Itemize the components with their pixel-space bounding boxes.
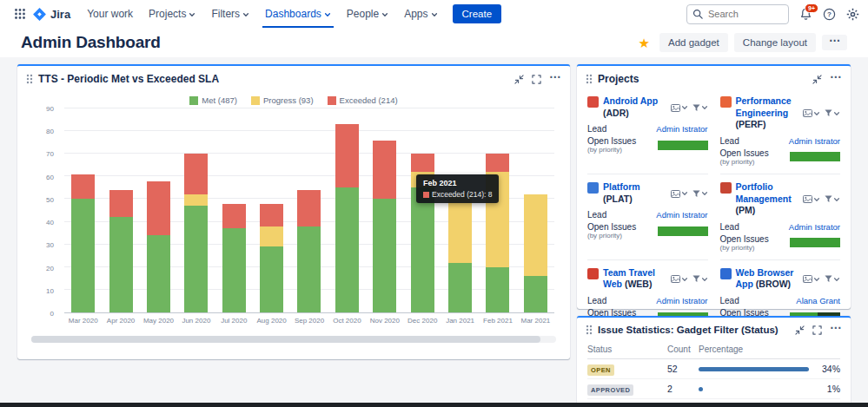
chart-bar[interactable] [184,108,208,312]
project-filter-dropdown[interactable] [825,268,840,291]
chart-bar[interactable] [524,108,547,312]
status-badge[interactable]: APPROVED [587,384,633,396]
bar-segment [448,194,472,262]
project-filter-dropdown[interactable] [692,182,708,205]
status-badge[interactable]: OPEN [587,364,614,376]
nav-item-projects[interactable]: Projects [141,0,203,28]
more-icon: ⋯ [549,75,561,80]
chart-bar[interactable] [297,108,321,312]
x-axis-label: Nov 2020 [366,313,403,327]
nav-item-apps[interactable]: Apps [396,0,445,28]
change-layout-button[interactable]: Change layout [734,33,816,52]
project-view-dropdown[interactable] [803,96,820,131]
favorite-star-icon[interactable]: ★ [635,36,653,49]
project-name-link[interactable]: Android App [603,95,658,106]
open-issues-bar[interactable] [790,152,840,161]
legend-swatch [189,96,198,105]
chevron-down-icon [833,196,840,203]
minimize-gadget-button[interactable] [812,75,822,84]
drag-handle-icon[interactable] [26,74,33,84]
lead-label: Lead [720,296,739,305]
chart-bar[interactable] [335,108,359,312]
project-key: (WEB) [625,279,653,289]
chart-bar[interactable] [222,108,246,312]
minimize-gadget-button[interactable] [514,75,524,84]
expand-gadget-button[interactable] [812,325,822,335]
drag-handle-icon[interactable] [586,325,593,335]
y-axis-label: 70 [46,150,54,158]
legend-item: Met (487) [189,95,237,105]
project-lead-link[interactable]: Admin Istrator [656,296,707,305]
chart-bar[interactable] [147,108,170,312]
project-filter-dropdown[interactable] [692,268,708,291]
minimize-gadget-button[interactable] [795,325,805,335]
nav-item-filters[interactable]: Filters [203,0,257,28]
project-view-dropdown[interactable] [671,96,688,119]
page-header: Admin Dashboard ★ Add gadget Change layo… [0,28,868,57]
legend-swatch [328,96,336,105]
project-card: Portfolio Management (PM)LeadAdmin Istra… [720,174,841,260]
settings-button[interactable] [846,8,859,21]
chart-bar[interactable] [109,108,133,312]
project-lead-link[interactable]: Admin Istrator [789,222,840,232]
project-filter-dropdown[interactable] [825,96,840,131]
chart-scrollbar-thumb[interactable] [31,336,540,343]
project-lead-link[interactable]: Admin Istrator [789,136,840,146]
y-axis-label: 60 [46,173,54,181]
fullscreen-icon [812,325,822,335]
notifications-button[interactable]: 9+ [799,8,812,21]
open-issues-bar[interactable] [658,141,708,150]
project-lead-link[interactable]: Admin Istrator [656,124,707,134]
collapse-icon [514,75,524,84]
column-header: Status [587,345,667,354]
project-view-dropdown[interactable] [671,182,688,205]
nav-item-your-work[interactable]: Your work [79,0,141,28]
y-axis-label: 30 [46,241,54,249]
app-switcher-icon[interactable] [9,8,31,20]
project-view-dropdown[interactable] [671,268,688,291]
svg-text:?: ? [827,10,832,18]
chart-scrollbar-track [31,336,556,343]
gadget-menu-button[interactable]: ⋯ [549,75,561,83]
column-header: Count [667,345,699,354]
chevron-down-icon [189,11,195,18]
dashboard-more-button[interactable]: ⋯ [822,35,847,50]
project-name-link[interactable]: Performance Engineering [736,95,792,118]
create-button[interactable]: Create [453,4,502,23]
jira-logo[interactable]: Jira [33,8,70,21]
chart-bar[interactable] [373,108,396,312]
nav-item-dashboards[interactable]: Dashboards [257,0,339,28]
chart-bar[interactable] [411,108,434,312]
bar-segment [147,181,170,236]
gadget-menu-button[interactable]: ⋯ [830,325,842,334]
project-lead-link[interactable]: Admin Istrator [656,210,707,220]
project-key: (PM) [736,205,756,215]
bar-segment [297,190,321,226]
project-lead-link[interactable]: Alana Grant [796,296,840,305]
chart-bar[interactable] [260,108,283,312]
chart-bar[interactable] [71,108,95,312]
project-filter-dropdown[interactable] [692,96,708,119]
open-issues-bar[interactable] [790,238,840,247]
bar-segment [373,141,396,200]
add-gadget-button[interactable]: Add gadget [659,33,728,52]
project-avatar-icon [587,182,599,194]
stats-table-header: StatusCountPercentage [587,338,840,359]
project-view-dropdown[interactable] [803,268,820,291]
open-issues-bar[interactable] [658,226,708,236]
project-name-link[interactable]: Portfolio Management [736,181,792,204]
project-view-dropdown[interactable] [803,182,820,217]
project-name-link[interactable]: Platform [603,181,640,192]
drag-handle-icon[interactable] [586,74,593,84]
expand-gadget-button[interactable] [532,75,541,84]
bar-segment [184,194,208,206]
project-key: (PLAT) [603,194,633,204]
project-filter-dropdown[interactable] [825,182,840,217]
gadget-menu-button[interactable]: ⋯ [830,75,842,83]
help-button[interactable]: ? [823,8,836,21]
nav-item-people[interactable]: People [339,0,396,28]
chart-bar[interactable] [486,108,509,312]
chart-bar[interactable] [448,108,472,312]
chevron-down-icon [701,104,708,111]
by-priority-label: (by priority) [587,146,636,154]
